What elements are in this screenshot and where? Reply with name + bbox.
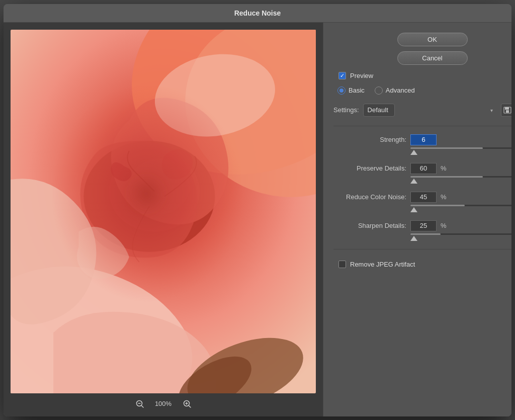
mode-radio-group: Basic Advanced [333, 87, 511, 95]
strength-fill [410, 147, 483, 149]
image-container [11, 30, 316, 393]
reduce-color-noise-track[interactable] [410, 205, 511, 206]
preserve-details-label: Preserve Details: [333, 164, 406, 172]
settings-row: Settings: Default Custom ▾ [333, 104, 511, 117]
reduce-color-noise-percent: % [441, 193, 447, 201]
strength-label: Strength: [333, 136, 406, 143]
dialog-body: 100% OK Cancel [4, 23, 511, 416]
reduce-color-noise-row: Reduce Color Noise: % [333, 192, 511, 203]
svg-rect-19 [505, 107, 509, 110]
advanced-label: Advanced [386, 87, 415, 94]
preview-checkbox[interactable]: ✓ [338, 72, 346, 79]
controls-panel: OK Cancel ✓ Preview Basic [323, 23, 511, 416]
reduce-color-noise-thumb-row [333, 207, 511, 212]
reduce-color-noise-fill [410, 205, 465, 206]
chevron-down-icon: ▾ [490, 107, 493, 113]
basic-label: Basic [349, 87, 365, 94]
settings-select[interactable]: Default Custom [363, 104, 395, 117]
preserve-details-track-row [333, 176, 511, 178]
svg-line-12 [141, 405, 143, 407]
reduce-color-noise-label: Reduce Color Noise: [333, 193, 406, 201]
preserve-details-track[interactable] [410, 176, 511, 178]
settings-select-wrapper: Default Custom ▾ [363, 104, 497, 117]
svg-rect-20 [506, 110, 509, 113]
title-bar: Reduce Noise [4, 4, 511, 23]
checkmark-icon: ✓ [340, 73, 345, 78]
dialog-title: Reduce Noise [234, 9, 281, 17]
zoom-in-icon[interactable] [182, 398, 193, 409]
preserve-details-thumb-row [333, 179, 511, 184]
advanced-radio[interactable]: Advanced [375, 87, 415, 95]
strength-slider-group: Strength: [333, 134, 511, 155]
preview-row: ✓ Preview [333, 72, 511, 79]
strength-thumb-row [333, 150, 511, 155]
strength-track[interactable] [410, 147, 511, 149]
remove-artifact-row: Remove JPEG Artifact [333, 261, 511, 268]
preserve-details-input[interactable] [410, 163, 437, 174]
reduce-color-noise-thumb[interactable] [410, 207, 417, 212]
reduce-color-noise-input[interactable] [410, 192, 437, 203]
reduce-color-noise-slider-group: Reduce Color Noise: % [333, 192, 511, 212]
reduce-color-noise-track-row [333, 205, 511, 206]
rose-preview-image [11, 30, 316, 393]
sharpen-details-thumb[interactable] [410, 236, 417, 241]
preview-panel: 100% [4, 23, 323, 416]
remove-artifact-checkbox[interactable] [338, 261, 346, 268]
basic-radio[interactable]: Basic [337, 87, 365, 95]
strength-row: Strength: [333, 134, 511, 145]
strength-input[interactable] [410, 134, 437, 145]
zoom-bar: 100% [11, 393, 316, 416]
strength-thumb[interactable] [410, 150, 417, 155]
ok-button[interactable]: OK [397, 33, 468, 46]
action-buttons: OK Cancel [333, 33, 511, 65]
sharpen-details-track-row [333, 233, 511, 235]
svg-line-15 [189, 405, 191, 407]
advanced-radio-circle [375, 87, 383, 95]
sharpen-details-slider-group: Sharpen Details: % [333, 220, 511, 241]
sharpen-details-input[interactable] [410, 220, 437, 231]
sharpen-details-row: Sharpen Details: % [333, 220, 511, 231]
sharpen-details-percent: % [441, 222, 447, 229]
preserve-details-fill [410, 176, 483, 178]
sharpen-details-label: Sharpen Details: [333, 222, 406, 229]
divider-2 [333, 249, 511, 249]
divider-1 [333, 126, 511, 126]
strength-track-row [333, 147, 511, 149]
preview-label: Preview [350, 72, 373, 79]
preserve-details-thumb[interactable] [410, 179, 417, 184]
svg-rect-10 [11, 30, 316, 393]
preserve-details-slider-group: Preserve Details: % [333, 163, 511, 184]
basic-radio-dot [339, 89, 344, 93]
zoom-level: 100% [153, 400, 174, 407]
reduce-noise-dialog: Reduce Noise [4, 4, 511, 416]
cancel-button[interactable]: Cancel [397, 51, 468, 65]
sharpen-details-fill [410, 233, 441, 235]
preserve-details-row: Preserve Details: % [333, 163, 511, 174]
zoom-out-icon[interactable] [134, 398, 145, 409]
save-preset-button[interactable] [501, 104, 511, 117]
basic-radio-circle [337, 87, 346, 95]
remove-artifact-label: Remove JPEG Artifact [350, 261, 415, 268]
preserve-details-percent: % [441, 164, 447, 172]
sharpen-details-track[interactable] [410, 233, 511, 235]
settings-label: Settings: [333, 106, 359, 114]
sharpen-details-thumb-row [333, 236, 511, 241]
